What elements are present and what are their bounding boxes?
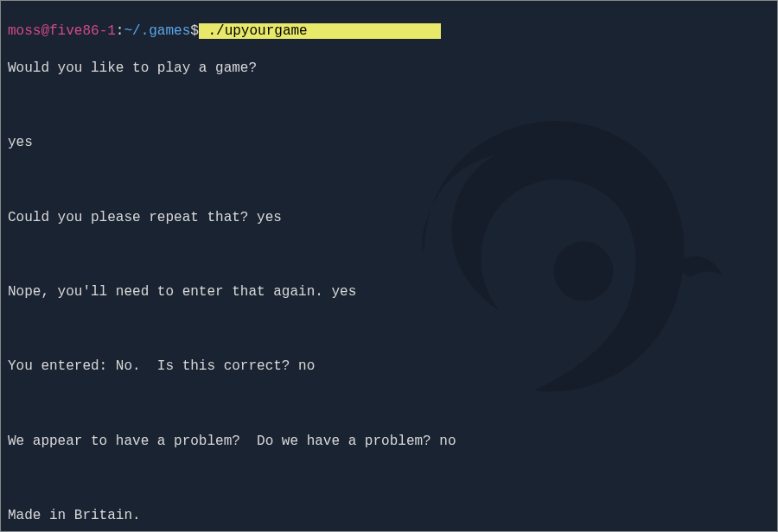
game-line-q2: Could you please repeat that? yes [8,209,770,228]
blank-line [8,246,770,265]
blank-line [8,171,770,190]
game-line-q3: Nope, you'll need to enter that again. y… [8,283,770,302]
prompt-colon: : [116,23,124,39]
blank-line [8,320,770,339]
blank-line [8,470,770,489]
blank-line [8,395,770,414]
prompt-at: @ [41,23,49,39]
shell-prompt: moss@five86-1:~/.games$ ./upyourgame [8,22,770,41]
game-line-made: Made in Britain. [8,507,770,526]
prompt-user: moss [8,23,41,39]
game-line-q1: Would you like to play a game? [8,60,770,79]
prompt-path: ~/.games [124,23,190,39]
game-line-q5: We appear to have a problem? Do we have … [8,433,770,452]
prompt-dollar: $ [190,23,199,39]
terminal-output[interactable]: moss@five86-1:~/.games$ ./upyourgame Wou… [1,1,777,532]
game-line-a1: yes [8,134,770,153]
game-line-q4: You entered: No. Is this correct? no [8,358,770,377]
blank-line [8,97,770,116]
prompt-host: five86-1 [49,23,116,39]
prompt-command: ./upyourgame [199,23,441,39]
